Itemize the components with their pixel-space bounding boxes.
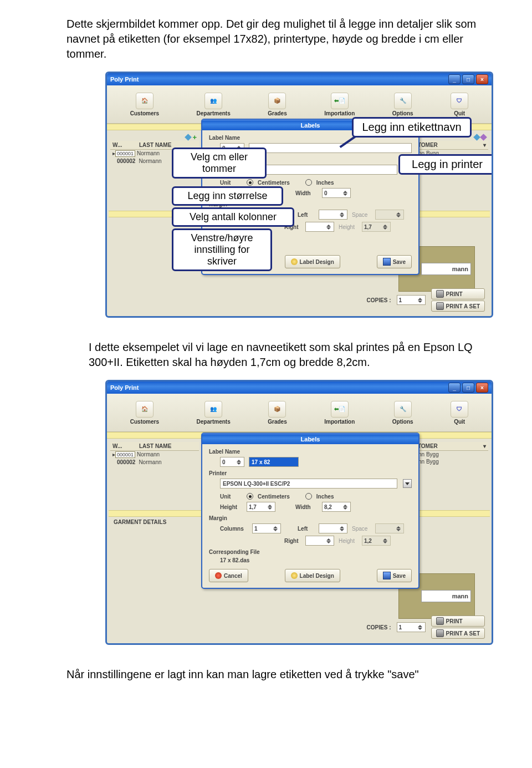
- toolbar-quit[interactable]: 🛡Quit: [451, 401, 468, 425]
- callout-left-right: Venstre/høyreinnstilling forskriver: [172, 228, 272, 271]
- toolbar-customers[interactable]: 🏠 Customers: [130, 93, 159, 116]
- corrfile-label: Corresponding File: [209, 549, 412, 555]
- print-button[interactable]: PRINT: [431, 616, 485, 627]
- list-row[interactable]: 000002 Normann: [110, 459, 199, 466]
- close-button[interactable]: ×: [476, 383, 488, 393]
- toolbar-customers-label: Customers: [130, 110, 159, 116]
- printer-dropdown[interactable]: [403, 479, 412, 488]
- left-spinner[interactable]: [319, 210, 347, 220]
- design-icon: [291, 258, 298, 265]
- label-name-input[interactable]: [249, 143, 412, 153]
- toolbar-options[interactable]: 🔧Options: [392, 401, 413, 425]
- width-label: Width: [295, 190, 318, 196]
- list-row[interactable]: ▸000001 Normann: [110, 451, 199, 459]
- app-window: Poly Print _ □ × 🏠 Customers 👥 Departmen…: [105, 72, 493, 318]
- toolbar-departments[interactable]: 👥 Departments: [197, 93, 231, 116]
- height-spinner[interactable]: 1,7: [247, 502, 275, 512]
- importation-icon: ⬅📄: [331, 401, 349, 418]
- radio-in[interactable]: [305, 179, 312, 186]
- paragraph-2: I dette eksempelet vil vi lage en navnee…: [89, 340, 477, 370]
- label-name-input[interactable]: 17 x 82: [249, 457, 299, 467]
- toolbar-departments[interactable]: 👥Departments: [197, 401, 231, 425]
- label-preview-text: mann: [421, 263, 471, 275]
- toolbar-importation[interactable]: ⬅📄Importation: [324, 401, 355, 425]
- right-spinner[interactable]: [305, 222, 334, 232]
- toolbar-grades[interactable]: 📦Grades: [268, 401, 287, 425]
- titlebar: Poly Print _ □ ×: [107, 382, 492, 394]
- height2-label: Height: [339, 538, 357, 544]
- save-button[interactable]: Save: [377, 569, 412, 582]
- label-preview-text: mann: [421, 590, 471, 602]
- toolbar-options-label: Options: [392, 419, 413, 425]
- row-name: Normann: [137, 150, 160, 157]
- options-icon: 🔧: [394, 93, 412, 109]
- row-name: Normann: [137, 451, 160, 458]
- print-button[interactable]: PRINT: [431, 288, 485, 299]
- toolbar-options[interactable]: 🔧 Options: [392, 93, 413, 116]
- print-set-button[interactable]: PRINT A SET: [431, 628, 485, 639]
- save-icon: [383, 572, 391, 579]
- customers-icon: 🏠: [136, 93, 154, 109]
- minimize-button[interactable]: _: [448, 74, 461, 84]
- quit-icon: 🛡: [451, 93, 468, 109]
- height2-label: Height: [339, 224, 357, 230]
- label-num-spinner[interactable]: 0: [220, 457, 244, 467]
- toolbar-quit[interactable]: 🛡 Quit: [451, 93, 468, 116]
- cancel-button[interactable]: Cancel: [209, 569, 248, 582]
- radio-cm-label: Centimeters: [258, 494, 290, 500]
- label-name-label: Label Name: [209, 449, 412, 455]
- label-design-button[interactable]: Label Design: [285, 569, 340, 582]
- diamond-icon[interactable]: [473, 134, 480, 141]
- copies-spinner[interactable]: 1: [397, 622, 426, 632]
- margin-label: Margin: [209, 515, 412, 521]
- radio-cm[interactable]: [247, 493, 253, 500]
- plus-icon[interactable]: +: [192, 135, 197, 140]
- departments-icon: 👥: [204, 401, 222, 418]
- toolbar-customers[interactable]: 🏠Customers: [130, 401, 159, 425]
- callout-size: Legg inn størrelse: [172, 186, 283, 206]
- diamond-icon[interactable]: [185, 134, 192, 141]
- toolbar-importation[interactable]: ⬅📄 Importation: [324, 93, 355, 116]
- figure-1: Poly Print _ □ × 🏠 Customers 👥 Departmen…: [105, 72, 493, 318]
- toolbar-grades[interactable]: 📦 Grades: [268, 93, 287, 116]
- maximize-button[interactable]: □: [462, 74, 474, 84]
- width-spinner[interactable]: 0: [322, 188, 351, 198]
- width-label: Width: [295, 504, 318, 510]
- print-set-button[interactable]: PRINT A SET: [431, 301, 485, 312]
- printer-icon: [436, 629, 444, 637]
- options-icon: 🔧: [394, 401, 412, 418]
- right-spinner[interactable]: [305, 536, 334, 546]
- toolbar-quit-label: Quit: [454, 110, 465, 116]
- height2-spinner: 1,7: [362, 222, 391, 232]
- design-icon: [291, 572, 298, 579]
- col-w: W...: [112, 443, 139, 449]
- dialog-title: Labels: [202, 434, 418, 444]
- radio-in-label: Inches: [316, 180, 334, 186]
- label-design-button[interactable]: Label Design: [285, 255, 340, 268]
- maximize-button[interactable]: □: [462, 383, 474, 393]
- toolbar-departments-label: Departments: [197, 419, 231, 425]
- grades-icon: 📦: [268, 401, 286, 418]
- columns-label: Columns: [220, 526, 248, 532]
- copies-spinner[interactable]: 1: [397, 295, 426, 305]
- main-toolbar: 🏠Customers 👥Departments 📦Grades ⬅📄Import…: [107, 394, 492, 432]
- columns-spinner[interactable]: 1: [252, 523, 281, 533]
- paragraph-1: Dette skjermbildet kommer opp. Det gir d…: [66, 17, 477, 62]
- titlebar: Poly Print _ □ ×: [107, 73, 492, 85]
- col-lastname: LAST NAME: [139, 443, 171, 449]
- labels-dialog: Labels Label Name 0 17 x 82 Printer EPSO…: [201, 433, 420, 589]
- paragraph-3: Når innstillingene er lagt inn kan man l…: [66, 667, 477, 682]
- width-spinner[interactable]: 8,2: [322, 502, 351, 512]
- col-lastname: LAST NAME: [139, 142, 171, 148]
- left-spinner[interactable]: [319, 523, 347, 533]
- printer-input[interactable]: EPSON LQ-300+II ESC/P2: [220, 479, 397, 489]
- radio-in[interactable]: [305, 493, 312, 500]
- space-spinner: [375, 210, 404, 220]
- callout-unit: Velg cm ellertommer: [172, 148, 267, 179]
- radio-cm[interactable]: [247, 179, 253, 186]
- save-button[interactable]: Save: [377, 255, 412, 268]
- close-button[interactable]: ×: [476, 74, 488, 84]
- minimize-button[interactable]: _: [448, 383, 461, 393]
- diamond-icon[interactable]: [480, 134, 487, 141]
- toolbar-importation-label: Importation: [324, 110, 355, 116]
